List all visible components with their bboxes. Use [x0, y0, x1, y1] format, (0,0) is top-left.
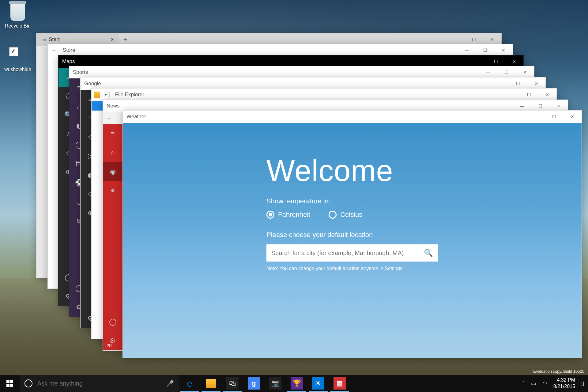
close-button[interactable]: ✕ — [538, 89, 556, 101]
maximize-button[interactable]: ☐ — [520, 89, 538, 101]
taskbar: 🎤 e 🛍 g 📷 🏆 ☀ ▦ ˄ ▭ ◠ 4:32 PM 8/21/2015 … — [0, 375, 588, 392]
taskbar-camera[interactable]: 📷 — [265, 375, 286, 392]
search-icon[interactable]: 🔍 — [424, 249, 433, 257]
local-icon[interactable]: ◉ — [103, 162, 123, 181]
qa-dropdown-icon[interactable]: ▾ — [102, 92, 110, 97]
cortana-search-input[interactable] — [37, 380, 161, 387]
taskbar-sports[interactable]: 🏆 — [286, 375, 307, 392]
location-search-box[interactable]: 🔍 — [266, 244, 438, 262]
taskbar-weather[interactable]: ☀ — [307, 375, 329, 392]
title-google: Google — [84, 81, 101, 87]
microphone-icon[interactable]: 🎤 — [166, 380, 174, 387]
back-icon[interactable]: ← — [51, 47, 57, 53]
maximize-button[interactable]: ☐ — [476, 44, 494, 56]
taskbar-news[interactable]: ▦ — [329, 375, 350, 392]
close-button[interactable]: ✕ — [563, 111, 582, 123]
close-button[interactable]: ✕ — [527, 77, 545, 90]
celsius-label: Celsius — [340, 211, 362, 219]
title-sports: Sports — [73, 69, 88, 75]
maximize-button[interactable]: ☐ — [545, 111, 563, 123]
titlebar-store[interactable]: ← Store — ☐ ✕ — [48, 44, 513, 56]
maximize-button[interactable]: ☐ — [509, 77, 527, 90]
taskbar-clock[interactable]: 4:32 PM 8/21/2015 — [553, 377, 575, 390]
system-tray: ˄ ▭ ◠ 4:32 PM 8/21/2015 ▯ — [522, 377, 588, 390]
minimize-button[interactable]: — — [501, 89, 520, 101]
window-weather[interactable]: Weather — ☐ ✕ Welcome Show temperature i… — [123, 110, 582, 358]
wifi-icon[interactable]: ◠ — [542, 380, 547, 387]
desktop: Recycle Bin wushowhide ▭ Start × + — ☐ ✕… — [0, 0, 588, 392]
evaluation-watermark: Evaluation copy. Build 10525 — [533, 369, 584, 374]
wushowhide-icon[interactable]: wushowhide — [2, 46, 33, 72]
start-button[interactable] — [0, 375, 20, 392]
titlebar-weather[interactable]: Weather — ☐ ✕ — [123, 111, 582, 123]
radio-unchecked-icon — [329, 211, 337, 219]
tray-chevron-icon[interactable]: ˄ — [522, 380, 525, 387]
minimize-button[interactable]: — — [458, 44, 476, 56]
taskbar-edge[interactable]: e — [179, 375, 200, 392]
window-icon: ▭ — [41, 36, 46, 43]
title-store: Store — [63, 47, 75, 53]
titlebar-file-explorer[interactable]: ▾ | File Explorer — ☐ ✕ — [92, 89, 556, 101]
radio-fahrenheit[interactable]: Fahrenheit — [266, 211, 310, 219]
news-partial-text: 28 — [107, 343, 112, 348]
title-file-explorer: File Explorer — [115, 92, 144, 98]
hamburger-icon[interactable]: ≡ — [103, 124, 123, 143]
titlebar-sports[interactable]: Sports — ☐ ✕ — [69, 66, 534, 78]
person-icon[interactable]: ◯ — [103, 312, 123, 331]
recycle-bin-icon[interactable]: Recycle Bin — [2, 2, 33, 29]
tab-start-label: Start — [49, 36, 60, 43]
minimize-button[interactable]: — — [490, 77, 509, 90]
maximize-button[interactable]: ☐ — [497, 66, 516, 78]
gear-icon[interactable]: ⚙ — [103, 331, 123, 350]
temp-prompt: Show temperature in: — [266, 197, 438, 205]
folder-icon — [94, 92, 100, 98]
taskbar-date: 8/21/2015 — [553, 383, 575, 390]
title-maps: Maps — [62, 58, 75, 65]
close-button[interactable]: ✕ — [516, 66, 534, 78]
cortana-search[interactable]: 🎤 — [20, 375, 179, 392]
taskbar-time: 4:32 PM — [553, 377, 575, 383]
weather-heading: Welcome — [266, 153, 438, 188]
cortana-icon — [24, 379, 32, 387]
taskbar-google[interactable]: g — [243, 375, 265, 392]
titlebar-google[interactable]: Google — ☐ ✕ — [81, 77, 545, 90]
minimize-button[interactable]: — — [526, 111, 545, 123]
windows-logo-icon — [6, 380, 13, 387]
recycle-bin-label: Recycle Bin — [2, 23, 33, 29]
radio-checked-icon — [266, 211, 274, 219]
fahrenheit-label: Fahrenheit — [278, 211, 310, 219]
location-prompt: Please choose your default location — [266, 231, 438, 239]
people-icon[interactable]: ⚭ — [103, 181, 123, 200]
notifications-icon[interactable]: ▯ — [581, 380, 584, 387]
close-tab-icon[interactable]: × — [111, 36, 114, 43]
separator: | — [111, 92, 113, 97]
battery-icon[interactable]: ▭ — [531, 380, 536, 387]
radio-celsius[interactable]: Celsius — [329, 211, 362, 219]
taskbar-file-explorer[interactable] — [200, 375, 222, 392]
weather-note: Note: You can change your default locati… — [266, 266, 438, 271]
taskbar-apps: e 🛍 g 📷 🏆 ☀ ▦ — [179, 375, 350, 392]
weather-body: Welcome Show temperature in: Fahrenheit … — [123, 123, 582, 358]
minimize-button[interactable]: — — [479, 66, 497, 78]
wushowhide-label: wushowhide — [2, 67, 33, 72]
taskbar-store[interactable]: 🛍 — [222, 375, 243, 392]
home-icon[interactable]: ⌂ — [103, 143, 123, 162]
location-search-input[interactable] — [271, 250, 424, 257]
title-news: News — [107, 103, 120, 109]
sidebar-news: ≡ ⌂ ◉ ⚭ ◯ ⚙ — [103, 124, 123, 350]
title-weather: Weather — [126, 114, 146, 120]
close-button[interactable]: ✕ — [494, 44, 513, 56]
new-tab-button[interactable]: + — [119, 36, 131, 43]
